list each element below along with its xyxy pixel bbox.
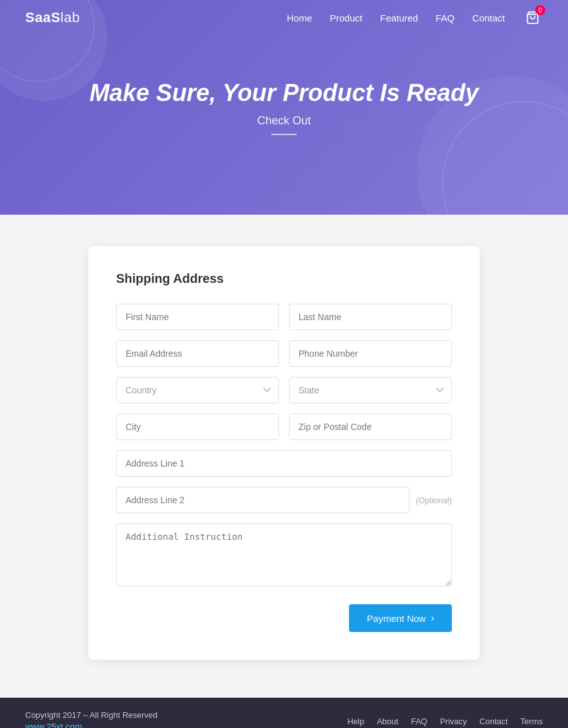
zip-input[interactable]: [289, 414, 452, 440]
footer-links: Help About FAQ Privacy Contact Terms: [347, 717, 543, 726]
name-row: [116, 304, 452, 330]
zip-group: [289, 414, 452, 440]
last-name-input[interactable]: [289, 304, 452, 330]
nav-faq[interactable]: FAQ: [435, 13, 454, 23]
state-select[interactable]: State: [289, 377, 452, 403]
nav-featured[interactable]: Featured: [380, 13, 418, 23]
address2-row: (Optional): [116, 487, 452, 513]
site-logo[interactable]: SaaSlab: [25, 9, 80, 26]
nav-links: Home Product Featured FAQ Contact 0: [287, 8, 543, 28]
footer-link-about[interactable]: About: [377, 717, 398, 726]
city-group: [116, 414, 279, 440]
cart-button[interactable]: 0: [523, 8, 543, 28]
country-select[interactable]: Country: [116, 377, 279, 403]
cart-badge: 0: [535, 5, 545, 15]
payment-button[interactable]: Payment Now ›: [349, 604, 452, 632]
footer-url: www.25xt.com: [25, 722, 158, 728]
hero-subtitle: Check Out: [257, 114, 311, 128]
footer-link-faq[interactable]: FAQ: [411, 717, 427, 726]
main-content: Shipping Address Country: [0, 215, 568, 698]
form-card: Shipping Address Country: [88, 246, 480, 660]
footer-link-terms[interactable]: Terms: [521, 717, 543, 726]
email-group: [116, 340, 279, 367]
footer: Copyright 2017 – All Right Reserved www.…: [0, 698, 568, 728]
nav-contact[interactable]: Contact: [472, 13, 505, 23]
state-group: State: [289, 377, 452, 403]
email-phone-row: [116, 340, 452, 367]
address1-row: [116, 450, 452, 477]
last-name-group: [289, 304, 452, 330]
instruction-textarea[interactable]: [116, 523, 452, 587]
nav-product[interactable]: Product: [330, 13, 363, 23]
address2-optional-label: (Optional): [416, 496, 452, 505]
city-input[interactable]: [116, 414, 279, 440]
hero-title: Make Sure, Your Product Is Ready: [90, 80, 479, 107]
form-section-title: Shipping Address: [116, 272, 452, 286]
instruction-row: [116, 523, 452, 589]
payment-button-label: Payment Now: [367, 613, 425, 624]
nav-home[interactable]: Home: [287, 13, 312, 23]
footer-link-contact[interactable]: Contact: [480, 717, 508, 726]
navbar: SaaSlab Home Product Featured FAQ Contac…: [0, 0, 568, 35]
country-group: Country: [116, 377, 279, 403]
email-input[interactable]: [116, 340, 279, 367]
footer-link-privacy[interactable]: Privacy: [440, 717, 467, 726]
phone-input[interactable]: [289, 340, 452, 367]
payment-row: Payment Now ›: [116, 604, 452, 632]
first-name-group: [116, 304, 279, 330]
chevron-right-icon: ›: [431, 612, 434, 624]
hero-divider: [271, 134, 297, 135]
first-name-input[interactable]: [116, 304, 279, 330]
phone-group: [289, 340, 452, 367]
footer-left: Copyright 2017 – All Right Reserved www.…: [25, 710, 158, 728]
footer-copyright: Copyright 2017 – All Right Reserved: [25, 710, 158, 720]
logo-light: lab: [61, 9, 80, 25]
country-state-row: Country State: [116, 377, 452, 403]
address2-input[interactable]: [116, 487, 410, 513]
logo-bold: SaaS: [25, 9, 61, 25]
footer-link-help[interactable]: Help: [347, 717, 364, 726]
address1-input[interactable]: [116, 450, 452, 477]
deco-ring-2: [442, 101, 568, 215]
city-zip-row: [116, 414, 452, 440]
